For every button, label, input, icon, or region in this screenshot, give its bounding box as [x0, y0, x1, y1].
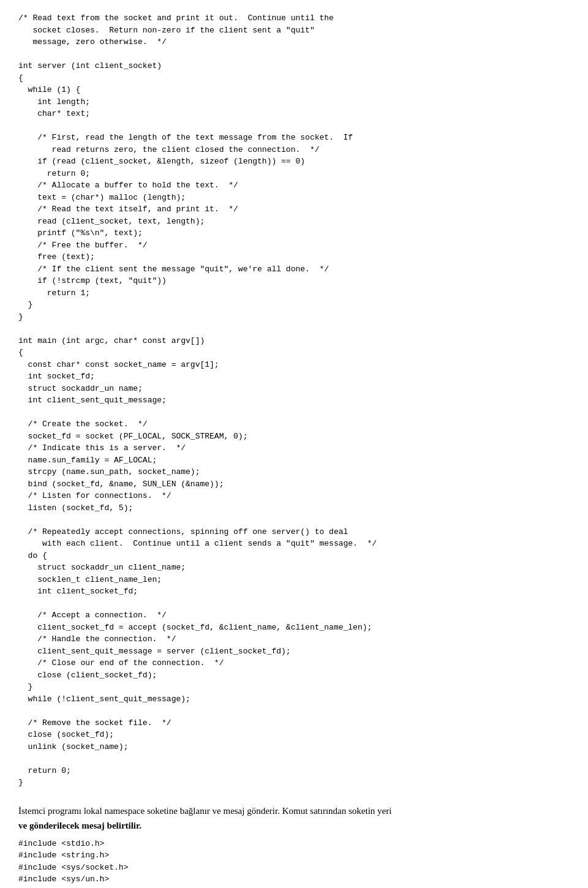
page-content: /* Read text from the socket and print i…	[18, 12, 570, 888]
prose-line2-bold: ve gönderilecek mesaj belirtilir.	[18, 821, 141, 830]
includes-code-block: #include <stdio.h> #include <string.h> #…	[18, 838, 570, 889]
prose-line1: İstemci programı lokal namespace soketin…	[18, 806, 391, 816]
server-code-block: /* Read text from the socket and print i…	[18, 12, 570, 789]
prose-paragraph: İstemci programı lokal namespace soketin…	[18, 803, 570, 833]
